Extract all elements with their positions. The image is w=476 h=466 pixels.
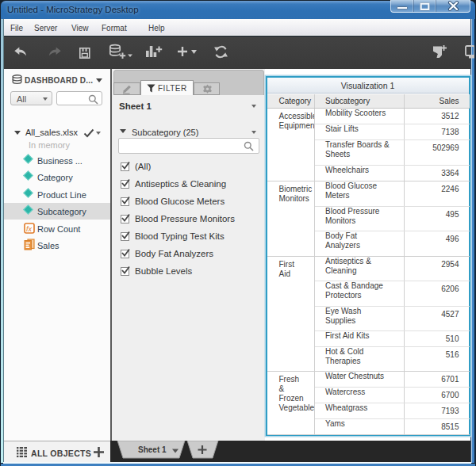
- svg-text:fx: fx: [26, 225, 33, 233]
- svg-text:Sheet 1: Sheet 1: [138, 445, 167, 454]
